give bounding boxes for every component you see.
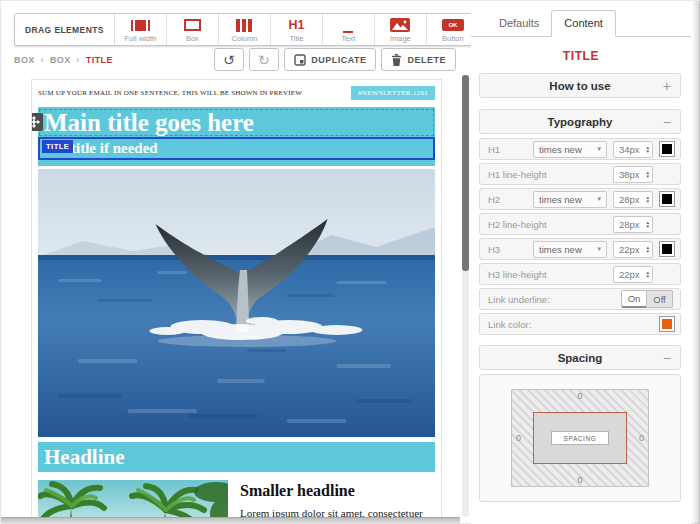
panel-tabs: Defaults Content <box>471 1 691 37</box>
column-icon <box>236 17 252 33</box>
title-block[interactable]: Main title goes here TITLE Subtitle if n… <box>38 107 435 166</box>
text-lines-icon <box>340 17 356 33</box>
tool-image[interactable]: Image <box>375 14 427 45</box>
row-label: H1 <box>488 144 533 155</box>
h1-color-swatch[interactable] <box>659 141 675 157</box>
spacing-label: Spacing <box>558 352 603 364</box>
h1-font-select[interactable]: times new ▾ <box>533 141 607 158</box>
subtitle-element-selected[interactable]: TITLE Subtitle if needed <box>38 137 435 160</box>
h2-color-swatch[interactable] <box>659 191 675 207</box>
row-label: H2 line-height <box>488 219 613 230</box>
lorem-text[interactable]: Lorem ipsum dolor sit amet, consectetuer <box>240 507 423 517</box>
headline-block[interactable]: Headline <box>38 442 435 472</box>
typography-row-h3-lineheight: H3 line-height 22px ▴▾ <box>479 263 681 285</box>
breadcrumb-separator: › <box>41 55 44 65</box>
breadcrumb-title[interactable]: TITLE <box>86 55 113 65</box>
selection-action-row: BOX › BOX › TITLE ↺ ↻ DUPLICATE <box>14 48 456 71</box>
h3-lineheight-input[interactable]: 22px ▴▾ <box>613 266 653 283</box>
how-to-use-label: How to use <box>549 80 610 92</box>
margin-left-value[interactable]: 0 <box>516 433 521 443</box>
move-handle[interactable] <box>31 113 43 131</box>
scrollbar-thumb[interactable] <box>462 75 469 271</box>
ok-button-icon: OK <box>442 17 464 33</box>
tool-column[interactable]: Column <box>219 14 271 45</box>
typography-row-h3: H3 times new ▾ 22px ▴▾ <box>479 238 681 260</box>
spinner-icon[interactable]: ▴▾ <box>646 170 649 178</box>
smaller-headline-text[interactable]: Smaller headline <box>240 482 423 500</box>
tool-title[interactable]: H1 Title <box>271 14 323 45</box>
link-color-swatch[interactable] <box>659 316 675 332</box>
chevron-down-icon: ▾ <box>597 195 601 203</box>
canvas-horizontal-scrollbar[interactable] <box>1 517 460 524</box>
minus-icon[interactable]: − <box>663 351 671 365</box>
window-edge-shadow <box>692 1 700 524</box>
margin-box[interactable]: 0 0 0 0 SPACING <box>511 389 649 487</box>
tool-text[interactable]: Text <box>323 14 375 45</box>
spinner-icon[interactable]: ▴▾ <box>646 145 649 153</box>
h1-lineheight-input[interactable]: 38px ▴▾ <box>613 166 653 183</box>
delete-button[interactable]: DELETE <box>381 48 456 71</box>
undo-icon: ↺ <box>223 53 235 67</box>
redo-button[interactable]: ↻ <box>249 48 279 71</box>
headline-text: Headline <box>44 445 125 470</box>
drag-elements-toolbar: DRAG ELEMENTS Full width Box Column H1 T… <box>14 13 480 46</box>
plus-icon[interactable]: + <box>663 79 671 93</box>
h1-size-input[interactable]: 34px ▴▾ <box>613 141 653 158</box>
tool-label: Title <box>289 34 303 43</box>
newsletter-badge[interactable]: #NEWSLETTER.1201 <box>351 86 435 100</box>
h3-font-select[interactable]: times new ▾ <box>533 241 607 258</box>
tool-label: Full width <box>125 34 157 43</box>
tool-box[interactable]: Box <box>167 14 219 45</box>
toggle-off-button[interactable]: Off <box>647 290 673 308</box>
spacing-accordion[interactable]: Spacing − <box>479 345 681 370</box>
main-title-element[interactable]: Main title goes here <box>39 109 434 136</box>
palm-trees-photo[interactable] <box>38 480 228 517</box>
drag-elements-label: DRAG ELEMENTS <box>15 14 115 45</box>
margin-bottom-value[interactable]: 0 <box>577 475 582 485</box>
toggle-on-button[interactable]: On <box>621 290 647 308</box>
tab-content[interactable]: Content <box>551 10 616 37</box>
tab-defaults[interactable]: Defaults <box>487 11 551 36</box>
h2-lineheight-input[interactable]: 28px ▴▾ <box>613 216 653 233</box>
email-builder-app: DRAG ELEMENTS Full width Box Column H1 T… <box>0 0 700 524</box>
h3-size-input[interactable]: 22px ▴▾ <box>613 241 653 258</box>
settings-panel: Defaults Content TITLE How to use + Typo… <box>471 1 691 524</box>
padding-box[interactable]: SPACING <box>533 412 627 464</box>
email-canvas[interactable]: SUM UP YOUR EMAIL IN ONE SENTENCE, THIS … <box>31 79 442 517</box>
row-label: H1 line-height <box>488 169 613 180</box>
minus-icon[interactable]: − <box>663 115 671 129</box>
whale-photo[interactable] <box>38 169 435 437</box>
h2-size-input[interactable]: 28px ▴▾ <box>613 191 653 208</box>
preheader-text[interactable]: SUM UP YOUR EMAIL IN ONE SENTENCE, THIS … <box>38 86 302 97</box>
row-label: Link color: <box>488 319 653 330</box>
typography-row-h1: H1 times new ▾ 34px ▴▾ <box>479 138 681 160</box>
tool-full-width[interactable]: Full width <box>115 14 167 45</box>
spinner-icon[interactable]: ▴▾ <box>646 195 649 203</box>
spinner-icon[interactable]: ▴▾ <box>646 270 649 278</box>
spinner-icon[interactable]: ▴▾ <box>646 245 649 253</box>
typography-accordion[interactable]: Typography − <box>479 109 681 134</box>
link-color-row: Link color: <box>479 313 681 335</box>
h3-color-swatch[interactable] <box>659 241 675 257</box>
how-to-use-accordion[interactable]: How to use + <box>479 73 681 98</box>
tool-label: Column <box>231 34 257 43</box>
h1-icon: H1 <box>288 17 304 33</box>
breadcrumb-box-1[interactable]: BOX <box>14 55 35 65</box>
spinner-icon[interactable]: ▴▾ <box>646 220 649 228</box>
move-arrows-icon <box>31 116 40 128</box>
margin-right-value[interactable]: 0 <box>639 433 644 443</box>
tool-label: Image <box>390 34 411 43</box>
row-label: Link underline: <box>488 294 621 305</box>
typography-label: Typography <box>548 116 613 128</box>
margin-top-value[interactable]: 0 <box>577 391 582 401</box>
breadcrumb-box-2[interactable]: BOX <box>50 55 71 65</box>
tool-label: Text <box>341 34 355 43</box>
spacing-input[interactable]: SPACING <box>551 431 609 445</box>
trash-icon <box>391 54 402 66</box>
breadcrumb: BOX › BOX › TITLE <box>14 55 113 65</box>
duplicate-button[interactable]: DUPLICATE <box>284 48 376 71</box>
canvas-vertical-scrollbar[interactable] <box>462 75 469 517</box>
h2-font-select[interactable]: times new ▾ <box>533 191 607 208</box>
two-column-block[interactable]: Smaller headline Lorem ipsum dolor sit a… <box>38 480 435 517</box>
undo-button[interactable]: ↺ <box>214 48 244 71</box>
